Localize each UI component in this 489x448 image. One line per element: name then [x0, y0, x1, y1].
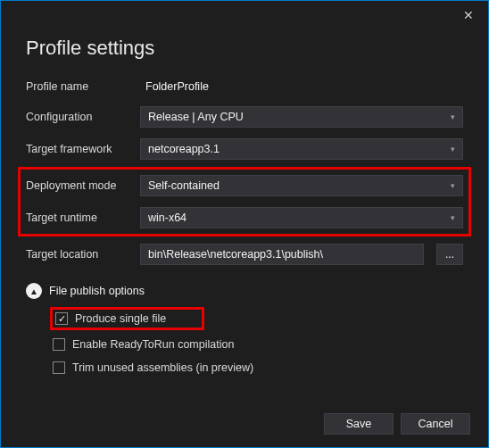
settings-form: Profile name FolderProfile Configuration… — [26, 78, 463, 374]
chevron-up-icon: ▲ — [26, 283, 42, 299]
dialog-footer: Save Cancel — [324, 413, 470, 435]
highlight-deployment-runtime: Deployment mode Self-contained ▾ Target … — [18, 167, 471, 236]
close-icon[interactable]: ✕ — [460, 6, 477, 24]
browse-button[interactable]: ... — [436, 244, 463, 265]
highlight-single-file: Produce single file — [50, 307, 204, 330]
cancel-button[interactable]: Cancel — [401, 413, 470, 435]
label-target-location: Target location — [26, 248, 133, 261]
file-publish-options-toggle[interactable]: ▲ File publish options — [26, 283, 463, 299]
option-trim-row: Trim unused assemblies (in preview) — [26, 361, 463, 374]
target-runtime-value: win-x64 — [148, 212, 186, 224]
single-file-checkbox[interactable] — [55, 312, 68, 325]
ready-to-run-label: Enable ReadyToRun compilation — [72, 338, 234, 351]
chevron-down-icon: ▾ — [451, 181, 455, 190]
label-deployment-mode: Deployment mode — [26, 179, 133, 192]
file-publish-options-label: File publish options — [49, 285, 145, 297]
label-configuration: Configuration — [26, 111, 133, 123]
label-target-framework: Target framework — [26, 143, 133, 155]
single-file-label: Produce single file — [75, 312, 166, 325]
deployment-mode-dropdown[interactable]: Self-contained ▾ — [140, 175, 463, 196]
dialog-body: Profile settings Profile name FolderProf… — [1, 1, 488, 390]
configuration-value: Release | Any CPU — [148, 111, 244, 123]
target-runtime-dropdown[interactable]: win-x64 ▾ — [140, 207, 463, 228]
value-profile-name: FolderProfile — [140, 78, 463, 95]
trim-checkbox[interactable] — [53, 361, 65, 374]
label-target-runtime: Target runtime — [26, 212, 133, 224]
chevron-down-icon: ▾ — [451, 112, 455, 121]
chevron-down-icon: ▾ — [451, 213, 455, 222]
option-ready-to-run-row: Enable ReadyToRun compilation — [26, 338, 463, 351]
save-button[interactable]: Save — [324, 413, 394, 435]
option-single-file-row: Produce single file — [26, 310, 463, 328]
label-profile-name: Profile name — [26, 80, 133, 93]
page-title: Profile settings — [26, 37, 463, 60]
target-framework-dropdown[interactable]: netcoreapp3.1 ▾ — [140, 138, 463, 160]
target-framework-value: netcoreapp3.1 — [148, 143, 220, 155]
trim-label: Trim unused assemblies (in preview) — [72, 361, 253, 374]
deployment-mode-value: Self-contained — [148, 179, 220, 192]
ready-to-run-checkbox[interactable] — [53, 338, 65, 351]
target-location-value: bin\Release\netcoreapp3.1\publish\ — [148, 248, 323, 261]
target-location-input[interactable]: bin\Release\netcoreapp3.1\publish\ — [140, 244, 424, 265]
chevron-down-icon: ▾ — [451, 145, 455, 153]
configuration-dropdown[interactable]: Release | Any CPU ▾ — [140, 106, 463, 128]
